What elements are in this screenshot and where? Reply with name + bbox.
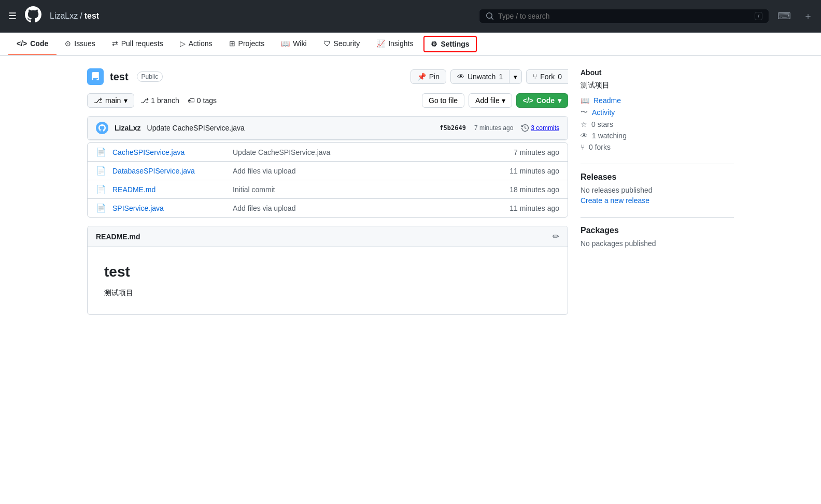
file-time: 7 minutes ago [514, 148, 559, 156]
file-name-link[interactable]: DatabaseSPIService.java [112, 167, 227, 175]
code-btn-caret: ▾ [558, 96, 561, 105]
table-row: 📄 SPIService.java Add files via upload 1… [88, 199, 568, 217]
code-button[interactable]: </> Code ▾ [516, 93, 568, 108]
commit-time: 7 minutes ago [474, 124, 513, 132]
sidebar-divider-1 [581, 164, 734, 164]
commit-user[interactable]: LizaLxz [115, 124, 141, 132]
watching-icon: 👁 [581, 132, 588, 140]
readme-link[interactable]: Readme [593, 96, 621, 105]
unwatch-button[interactable]: 👁 Unwatch 1 [450, 69, 509, 84]
plus-button[interactable]: ＋ [803, 10, 813, 22]
file-icon: 📄 [96, 203, 106, 213]
branch-count-link[interactable]: 1 branch [151, 96, 179, 105]
tab-actions[interactable]: ▷ Actions [172, 33, 221, 55]
repo-link[interactable]: test [84, 11, 99, 21]
tab-wiki[interactable]: 📖 Wiki [273, 33, 315, 55]
readme-meta-item: 📖 Readme [581, 96, 734, 105]
tab-security[interactable]: 🛡 Security [315, 33, 369, 55]
forks-count: 0 forks [589, 143, 611, 151]
file-commit: Add files via upload [233, 167, 503, 175]
insights-icon: 📈 [376, 39, 385, 48]
file-icon: 📄 [96, 147, 106, 157]
code-btn-icon: </> [523, 96, 533, 105]
file-commit: Add files via upload [233, 204, 503, 212]
releases-section: Releases No releases published Create a … [581, 172, 734, 205]
add-file-button[interactable]: Add file ▾ [469, 93, 512, 108]
readme-header: README.md ✏ [88, 226, 568, 247]
commit-hash[interactable]: f5b2649 [440, 124, 466, 132]
packages-section: Packages No packages published [581, 226, 734, 248]
no-packages-text: No packages published [581, 239, 734, 248]
branch-actions: Go to file Add file ▾ </> Code ▾ [422, 93, 568, 108]
activity-meta-item: 〜 Activity [581, 108, 734, 117]
repo-visibility: Public [137, 71, 163, 82]
readme-body: 测试项目 [104, 289, 551, 298]
fork-icon: ⑂ [533, 73, 537, 81]
tab-insights[interactable]: 📈 Insights [368, 33, 421, 55]
about-heading: About [581, 68, 734, 77]
commit-message: Update CacheSPIService.java [147, 124, 245, 132]
settings-icon: ⚙ [431, 40, 437, 48]
file-name-link[interactable]: README.md [112, 185, 227, 194]
branch-icon: ⎇ [94, 96, 102, 105]
fork-button[interactable]: ⑂ Fork 0 [526, 69, 568, 84]
tab-settings[interactable]: ⚙ Settings [423, 36, 476, 52]
readme-title: README.md [96, 233, 553, 241]
go-to-file-button[interactable]: Go to file [422, 93, 464, 108]
tab-pull-requests[interactable]: ⇄ Pull requests [104, 33, 172, 55]
forks-icon: ⑂ [581, 143, 585, 151]
stars-count: 0 stars [591, 120, 613, 128]
readme-icon: 📖 [581, 96, 589, 105]
pull-request-icon: ⇄ [112, 39, 118, 48]
owner-link[interactable]: LizaLxz [50, 11, 78, 21]
tag-icon: 🏷 [188, 96, 195, 105]
repo-avatar [87, 68, 104, 85]
actions-icon: ▷ [180, 39, 186, 48]
terminal-button[interactable]: ⌨ [777, 10, 791, 22]
code-icon: </> [17, 39, 27, 48]
sidebar: About 测试项目 📖 Readme 〜 Activity ☆ 0 stars… [581, 68, 734, 315]
repo-header-actions: 📌 Pin 👁 Unwatch 1 ▾ ⑂ Fork 0 [410, 69, 568, 84]
about-text: 测试项目 [581, 81, 734, 90]
pin-button[interactable]: 📌 Pin [410, 69, 446, 84]
file-list: 📄 CacheSPIService.java Update CacheSPISe… [87, 142, 568, 218]
stars-meta-item: ☆ 0 stars [581, 120, 734, 128]
breadcrumb: LizaLxz / test [50, 11, 99, 21]
content-area: test Public 📌 Pin 👁 Unwatch 1 ▾ [87, 68, 568, 315]
unwatch-caret[interactable]: ▾ [509, 69, 522, 84]
tab-code[interactable]: </> Code [8, 33, 56, 55]
branch-bar: ⎇ main ▾ ⎇ 1 branch 🏷 0 tags Go to file … [87, 93, 568, 108]
packages-heading: Packages [581, 226, 734, 235]
branch-selector[interactable]: ⎇ main ▾ [87, 93, 134, 108]
table-row: 📄 README.md Initial commit 18 minutes ag… [88, 180, 568, 199]
table-row: 📄 CacheSPIService.java Update CacheSPISe… [88, 143, 568, 162]
sidebar-divider-2 [581, 217, 734, 218]
commits-count-link[interactable]: 3 commits [531, 124, 559, 132]
search-input[interactable] [498, 12, 751, 20]
branch-count-item: ⎇ 1 branch [140, 96, 179, 105]
readme-box: README.md ✏ test 测试项目 [87, 226, 568, 315]
readme-edit-button[interactable]: ✏ [553, 232, 559, 241]
branch-meta: ⎇ 1 branch 🏷 0 tags [140, 96, 217, 105]
file-time: 11 minutes ago [509, 204, 559, 212]
create-release-link[interactable]: Create a new release [581, 196, 734, 205]
hamburger-menu[interactable]: ☰ [8, 10, 17, 22]
about-section: About 测试项目 📖 Readme 〜 Activity ☆ 0 stars… [581, 68, 734, 151]
search-box[interactable]: / [479, 9, 769, 23]
repo-title: test [110, 71, 129, 83]
activity-link[interactable]: Activity [592, 108, 615, 117]
tag-count-link[interactable]: 0 tags [197, 96, 217, 105]
eye-icon: 👁 [457, 73, 464, 81]
file-name-link[interactable]: SPIService.java [112, 204, 227, 212]
tab-issues[interactable]: ⊙ Issues [56, 33, 103, 55]
star-icon: ☆ [581, 120, 587, 128]
pin-icon: 📌 [417, 73, 426, 81]
unwatch-group: 👁 Unwatch 1 ▾ [450, 69, 522, 84]
file-name-link[interactable]: CacheSPIService.java [112, 148, 227, 156]
no-releases-text: No releases published [581, 186, 734, 194]
file-icon: 📄 [96, 166, 106, 176]
tab-projects[interactable]: ⊞ Projects [221, 33, 273, 55]
github-logo[interactable] [25, 6, 41, 26]
search-area: / [479, 9, 769, 23]
commit-meta: f5b2649 7 minutes ago 3 commits [440, 124, 559, 132]
